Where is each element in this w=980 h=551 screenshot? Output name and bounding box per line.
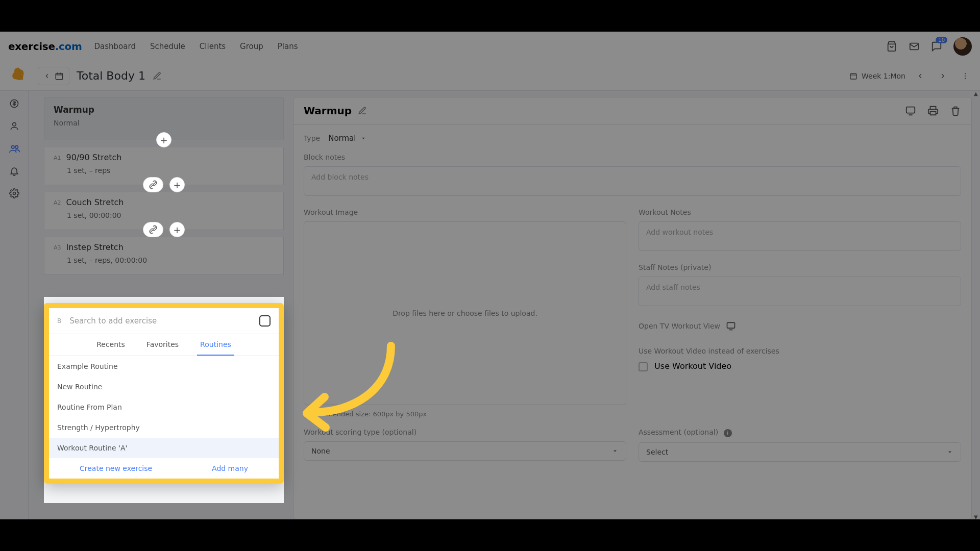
exercise-meta: 1 set, 00:00:00	[67, 211, 274, 219]
svg-point-7	[12, 122, 16, 126]
expand-search-icon[interactable]	[259, 315, 271, 327]
side-rail	[0, 91, 29, 519]
list-item[interactable]: Strength / Hypertrophy	[49, 417, 279, 438]
unlink-icon[interactable]	[143, 177, 163, 192]
main-nav: Dashboard Schedule Clients Group Plans	[94, 42, 298, 51]
routines-list: Example Routine New Routine Routine From…	[49, 356, 279, 458]
notifications-badge: 10	[936, 37, 947, 43]
nav-plans[interactable]: Plans	[278, 42, 298, 51]
add-many-link[interactable]: Add many	[212, 464, 248, 472]
dropzone-text: Drop files here or choose files to uploa…	[393, 309, 537, 317]
nav-clients[interactable]: Clients	[200, 42, 226, 51]
rec-size-text: Recommended size: 600px by 500px	[304, 410, 626, 418]
plan-logo[interactable]	[6, 64, 31, 88]
shopping-bag-icon[interactable]	[886, 41, 897, 52]
back-calendar-button[interactable]	[38, 67, 69, 85]
rail-bell-icon[interactable]	[9, 165, 20, 177]
nav-dashboard[interactable]: Dashboard	[94, 42, 136, 51]
svg-point-4	[965, 75, 966, 76]
svg-rect-12	[727, 322, 734, 328]
assessment-select[interactable]: Select	[639, 442, 961, 462]
block-type: Normal	[54, 119, 274, 127]
block-editor-panel: Warmup Type	[293, 97, 972, 519]
add-exercise-button[interactable]: +	[169, 222, 185, 237]
nav-schedule[interactable]: Schedule	[150, 42, 185, 51]
panel-title: Warmup	[304, 105, 352, 117]
exercise-name: Instep Stretch	[66, 242, 124, 252]
brand-logo[interactable]: exercise.com	[8, 40, 82, 53]
exercise-name: 90/90 Stretch	[66, 153, 122, 162]
chat-icon[interactable]: 10	[931, 41, 942, 52]
week-next-icon[interactable]	[935, 68, 950, 84]
staff-notes-input[interactable]	[639, 277, 961, 306]
svg-point-3	[965, 73, 966, 74]
exercise-meta: 1 set, – reps	[67, 166, 274, 174]
edit-title-icon[interactable]	[153, 71, 162, 81]
svg-rect-2	[850, 73, 856, 79]
list-item[interactable]: New Routine	[49, 377, 279, 397]
use-video-text: Use Workout Video	[654, 361, 731, 371]
type-value: Normal	[328, 134, 356, 143]
scoring-select[interactable]: None	[304, 441, 626, 461]
tab-routines[interactable]: Routines	[197, 334, 234, 356]
workout-image-label: Workout Image	[304, 208, 626, 216]
add-exercise-button[interactable]: +	[156, 132, 172, 147]
workout-title: Total Body 1	[77, 69, 145, 82]
edit-block-name-icon[interactable]	[358, 106, 367, 115]
svg-rect-11	[906, 107, 915, 113]
tab-favorites[interactable]: Favorites	[143, 334, 182, 356]
rail-group-icon[interactable]	[9, 143, 20, 154]
print-icon[interactable]	[927, 105, 939, 116]
exercise-name: Couch Stretch	[66, 197, 124, 207]
exercise-tag: A1	[54, 155, 61, 161]
exercise-meta: 1 set, – reps, 00:00:00	[67, 256, 274, 264]
scoring-value: None	[311, 447, 330, 455]
vertical-scrollbar[interactable]: ▲ ▼	[974, 91, 979, 519]
assessment-value: Select	[646, 448, 668, 456]
brand-name-b: .com	[55, 40, 82, 53]
week-selector[interactable]: Week 1:Mon	[849, 72, 905, 80]
info-icon[interactable]: i	[724, 429, 732, 437]
open-tv-view-icon[interactable]	[725, 320, 737, 332]
list-item[interactable]: Workout Routine 'A'	[49, 438, 279, 458]
exercise-tag: A2	[54, 199, 61, 206]
rail-settings-icon[interactable]	[9, 188, 20, 199]
svg-rect-1	[56, 73, 63, 79]
list-item[interactable]: Example Routine	[49, 356, 279, 377]
exercise-tag: A3	[54, 244, 61, 251]
exercise-search-input[interactable]	[68, 316, 259, 326]
page-header: Total Body 1 Week 1:Mon	[0, 61, 980, 91]
rail-client-icon[interactable]	[9, 120, 20, 132]
svg-point-9	[15, 146, 18, 149]
assessment-label: Assessment (optional) i	[639, 428, 961, 437]
svg-point-8	[11, 146, 14, 149]
workout-notes-input[interactable]	[639, 221, 961, 251]
image-dropzone[interactable]: Drop files here or choose files to uploa…	[304, 221, 626, 405]
add-exercise-button[interactable]: +	[169, 177, 185, 192]
unlink-icon[interactable]	[143, 222, 163, 237]
rail-billing-icon[interactable]	[9, 98, 20, 109]
nav-group[interactable]: Group	[240, 42, 263, 51]
block-notes-input[interactable]	[304, 166, 961, 196]
exercise-row[interactable]: A3 Instep Stretch 1 set, – reps, 00:00:0…	[44, 237, 284, 275]
tab-recents[interactable]: Recents	[93, 334, 128, 356]
svg-point-10	[13, 192, 15, 195]
type-label: Type	[304, 134, 320, 142]
user-avatar[interactable]	[953, 37, 972, 56]
top-nav: exercise.com Dashboard Schedule Clients …	[0, 32, 980, 61]
more-icon[interactable]	[958, 68, 973, 84]
tv-view-icon[interactable]	[905, 105, 916, 116]
delete-icon[interactable]	[950, 105, 961, 116]
create-exercise-link[interactable]: Create new exercise	[80, 464, 152, 472]
block-name: Warmup	[54, 105, 274, 115]
mail-icon[interactable]	[909, 41, 920, 52]
week-label: Week 1:Mon	[862, 72, 905, 80]
staff-notes-label: Staff Notes (private)	[639, 263, 961, 271]
tv-view-label: Open TV Workout View	[639, 322, 720, 330]
search-prefix-label: B	[57, 317, 61, 324]
brand-name-a: exercise	[8, 40, 55, 53]
week-prev-icon[interactable]	[913, 68, 928, 84]
list-item[interactable]: Routine From Plan	[49, 397, 279, 417]
use-video-checkbox[interactable]	[639, 362, 648, 371]
type-select[interactable]: Normal	[328, 134, 367, 143]
